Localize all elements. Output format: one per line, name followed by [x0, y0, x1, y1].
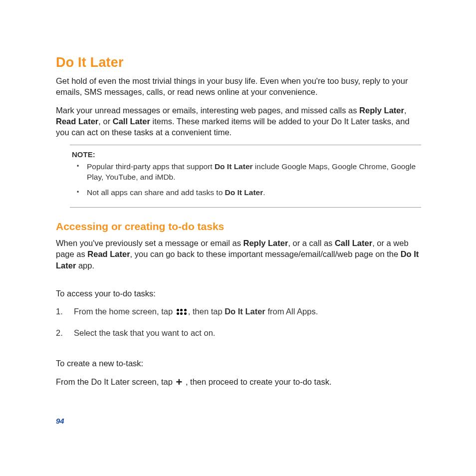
subsection-title: Accessing or creating to-do tasks: [56, 221, 421, 233]
plus-icon: +: [176, 379, 182, 385]
note-item: Popular third-party apps that support Do…: [72, 162, 419, 183]
document-page: Do It Later Get hold of even the most tr…: [0, 0, 476, 476]
step-item: From the home screen, tap , then tap Do …: [56, 306, 421, 317]
bold-do-it-later: Do It Later: [225, 188, 263, 197]
text-span: , then tap: [188, 307, 225, 316]
text-span: From the Do It Later screen, tap: [56, 377, 175, 386]
text-span: ,: [404, 106, 407, 115]
create-line: From the Do It Later screen, tap + , the…: [56, 376, 421, 387]
text-span: When you've previously set a message or …: [56, 238, 243, 247]
intro-paragraph-2: Mark your unread messages or emails, int…: [56, 105, 421, 138]
bold-reply-later: Reply Later: [243, 238, 288, 247]
bold-do-it-later: Do It Later: [225, 307, 265, 316]
text-span: Not all apps can share and add tasks to: [87, 188, 225, 197]
intro-paragraph-1: Get hold of even the most trivial things…: [56, 75, 421, 98]
bold-call-later: Call Later: [335, 238, 372, 247]
bold-read-later: Read Later: [87, 249, 130, 258]
text-span: .: [263, 188, 265, 197]
access-lead: To access your to-do tasks:: [56, 288, 421, 299]
text-span: , you can go back to these important mes…: [130, 249, 401, 258]
text-span: , then proceed to create your to-do task…: [183, 377, 331, 386]
bold-do-it-later: Do It Later: [215, 162, 253, 171]
page-number: 94: [56, 417, 64, 425]
step-item: Select the task that you want to act on.: [56, 327, 421, 339]
note-label: NOTE:: [72, 150, 419, 159]
text-span: , or: [98, 117, 112, 126]
text-span: Mark your unread messages or emails, int…: [56, 106, 359, 115]
text-span: app.: [76, 261, 94, 270]
note-list: Popular third-party apps that support Do…: [72, 162, 419, 198]
all-apps-icon: [176, 308, 187, 315]
note-item: Not all apps can share and add tasks to …: [72, 188, 419, 198]
text-span: from All Apps.: [265, 307, 318, 316]
note-block: NOTE: Popular third-party apps that supp…: [70, 145, 421, 208]
bold-read-later: Read Later: [56, 117, 98, 126]
text-span: , or a call as: [288, 238, 335, 247]
access-steps: From the home screen, tap , then tap Do …: [56, 306, 421, 339]
create-lead: To create a new to-task:: [56, 358, 421, 369]
bold-reply-later: Reply Later: [359, 106, 404, 115]
bold-call-later: Call Later: [113, 117, 150, 126]
text-span: Popular third-party apps that support: [87, 162, 215, 171]
text-span: From the home screen, tap: [74, 307, 175, 316]
subsection-paragraph: When you've previously set a message or …: [56, 238, 421, 271]
section-title: Do It Later: [56, 55, 421, 70]
